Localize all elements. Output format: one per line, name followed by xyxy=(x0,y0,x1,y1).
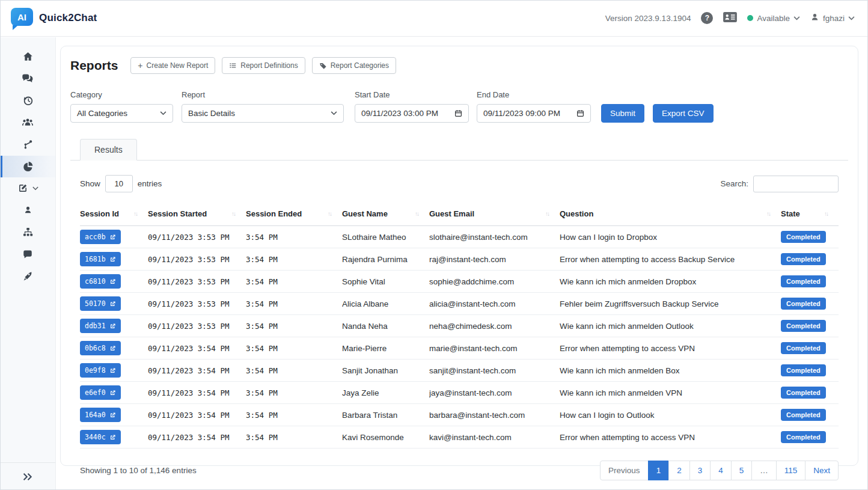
session-id-button[interactable]: 1681b xyxy=(80,252,121,266)
question-cell: How can I login to Outlook xyxy=(560,404,781,426)
help-icon[interactable]: ? xyxy=(701,12,713,24)
sidebar-item-comment[interactable] xyxy=(0,243,55,266)
sort-icon[interactable]: ↑↓ xyxy=(766,210,771,217)
table-row: 0e9f809/11/2023 3:54 PM3:54 PMSanjit Jon… xyxy=(80,360,839,382)
sidebar-item-compose[interactable] xyxy=(0,177,55,200)
tab-results[interactable]: Results xyxy=(80,139,137,161)
chevron-down-icon xyxy=(160,111,167,115)
category-label: Category xyxy=(70,90,182,99)
sort-icon[interactable]: ↑↓ xyxy=(133,210,138,217)
create-new-report-button[interactable]: + Create New Report xyxy=(130,57,215,74)
chevron-down-icon xyxy=(848,16,855,20)
guest-name-cell: Alicia Albane xyxy=(342,293,429,315)
table-row: acc0b09/11/2023 3:53 PM3:54 PMSLothaire … xyxy=(80,226,839,248)
sidebar-item-sitemap[interactable] xyxy=(0,221,55,243)
sidebar-collapse-toggle[interactable] xyxy=(0,462,55,490)
sidebar-item-launch[interactable] xyxy=(0,265,55,287)
column-header[interactable]: State↑↓ xyxy=(781,206,839,226)
show-label: Show xyxy=(80,179,100,188)
page-title: Reports xyxy=(70,58,118,73)
column-header[interactable]: Session Id↑↓ xyxy=(80,206,148,226)
guest-email-cell: jaya@instant-tech.com xyxy=(429,382,560,404)
session-id-button[interactable]: acc0b xyxy=(80,230,121,244)
pagination-page[interactable]: 3 xyxy=(689,461,711,480)
sort-icon[interactable]: ↑↓ xyxy=(231,210,236,217)
question-cell: Error when attempting to access VPN xyxy=(560,337,781,360)
session-id-button[interactable]: 0e9f8 xyxy=(80,363,121,378)
session-ended-cell: 3:54 PM xyxy=(246,271,342,293)
sitemap-icon xyxy=(22,227,34,237)
export-csv-button[interactable]: Export CSV xyxy=(653,104,714,123)
end-date-label: End Date xyxy=(477,90,591,99)
session-started-cell: 09/11/2023 3:54 PM xyxy=(148,360,246,382)
pagination-page[interactable]: 115 xyxy=(776,461,806,480)
username-label: fghazi xyxy=(823,14,845,23)
external-link-icon xyxy=(109,345,116,352)
results-table: Session Id↑↓Session Started↑↓Session End… xyxy=(80,206,839,449)
end-date-input[interactable]: 09/11/2023 09:00 PM xyxy=(477,104,591,123)
column-header[interactable]: Guest Name↑↓ xyxy=(342,206,429,226)
guest-name-cell: Kavi Rosemonde xyxy=(342,426,429,449)
pagination-page[interactable]: 2 xyxy=(668,461,690,480)
sort-icon[interactable]: ↑↓ xyxy=(328,210,332,217)
column-header[interactable]: Question↑↓ xyxy=(560,206,781,226)
status-dropdown[interactable]: Available xyxy=(747,14,800,23)
sort-icon[interactable]: ↑↓ xyxy=(824,210,829,217)
session-id-button[interactable]: 164a0 xyxy=(80,408,121,422)
session-id-button[interactable]: 3440c xyxy=(80,430,121,444)
external-link-icon xyxy=(109,434,116,441)
pagination-previous[interactable]: Previous xyxy=(600,461,649,480)
sort-icon[interactable]: ↑↓ xyxy=(415,210,420,217)
sidebar-item-users[interactable] xyxy=(0,112,55,134)
app-logo: AI xyxy=(11,8,33,28)
user-dropdown[interactable]: fghazi xyxy=(810,13,855,23)
pagination-next[interactable]: Next xyxy=(805,461,839,480)
chevron-down-icon xyxy=(793,16,800,20)
guest-name-cell: Sophie Vital xyxy=(342,271,429,293)
report-categories-button[interactable]: Report Categories xyxy=(312,57,396,74)
address-card-icon[interactable] xyxy=(723,11,737,25)
pagination-page[interactable]: 1 xyxy=(648,461,670,480)
session-id-button[interactable]: c6810 xyxy=(80,274,121,289)
pagination-page[interactable]: 4 xyxy=(710,461,732,480)
page-length-input[interactable] xyxy=(105,175,133,192)
table-row: 0b6c809/11/2023 3:54 PM3:54 PMMarie-Pier… xyxy=(80,337,839,360)
sidebar-item-reports[interactable] xyxy=(0,156,55,178)
version-label: Version 2023.9.13.1904 xyxy=(605,14,691,23)
guest-email-cell: raj@instant-tech.com xyxy=(429,248,560,271)
session-id-button[interactable]: ddb31 xyxy=(80,319,121,333)
sidebar-item-home[interactable] xyxy=(0,46,55,68)
session-id-button[interactable]: e6ef0 xyxy=(80,385,121,400)
status-label: Available xyxy=(757,14,790,23)
sidebar-item-history[interactable] xyxy=(0,90,55,112)
session-started-cell: 09/11/2023 3:53 PM xyxy=(148,226,246,248)
results-tabs: Results xyxy=(70,139,848,161)
sort-icon[interactable]: ↑↓ xyxy=(545,210,550,217)
edit-icon xyxy=(17,183,28,194)
column-header[interactable]: Session Started↑↓ xyxy=(148,206,246,226)
pagination-page[interactable]: 5 xyxy=(731,461,753,480)
session-ended-cell: 3:54 PM xyxy=(246,226,342,248)
sidebar-item-conversations[interactable] xyxy=(0,68,55,90)
session-id-button[interactable]: 50170 xyxy=(80,296,121,311)
state-badge: Completed xyxy=(781,364,826,376)
question-cell: Error when attempting to access Backup S… xyxy=(560,248,781,271)
search-input[interactable] xyxy=(753,176,839,192)
state-badge: Completed xyxy=(781,409,826,421)
start-date-input[interactable]: 09/11/2023 03:00 PM xyxy=(355,104,469,123)
report-select[interactable]: Basic Details xyxy=(182,104,344,123)
list-icon xyxy=(229,62,237,69)
column-header[interactable]: Guest Email↑↓ xyxy=(429,206,560,226)
state-badge: Completed xyxy=(781,253,826,265)
report-definitions-button[interactable]: Report Definitions xyxy=(222,57,305,74)
table-row: 5017009/11/2023 3:53 PM3:54 PMAlicia Alb… xyxy=(80,293,839,315)
session-id-button[interactable]: 0b6c8 xyxy=(80,341,121,355)
submit-button[interactable]: Submit xyxy=(601,104,644,123)
logo-bubble-tail xyxy=(13,25,18,30)
table-row: 164a009/11/2023 3:54 PM3:54 PMBarbara Tr… xyxy=(80,404,839,426)
sidebar-item-profile[interactable] xyxy=(0,200,55,222)
category-select[interactable]: All Categories xyxy=(70,104,173,123)
column-header[interactable]: Session Ended↑↓ xyxy=(246,206,342,226)
state-badge: Completed xyxy=(781,320,826,332)
sidebar-item-workflow[interactable] xyxy=(0,133,55,156)
